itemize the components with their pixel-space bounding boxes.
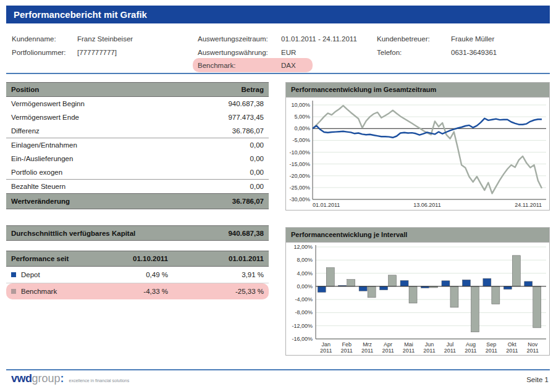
page-title: Performancebericht mit Grafik: [6, 6, 550, 23]
position-header-label: Position: [11, 86, 39, 93]
depot-label: Depot: [21, 271, 40, 278]
svg-text:2011: 2011: [403, 348, 415, 354]
row-value: 0,00: [250, 141, 264, 149]
svg-text:-30,00%: -30,00%: [289, 196, 310, 202]
table-row: Einlagen/Entnahmen 0,00: [6, 138, 269, 152]
svg-text:Aug: Aug: [466, 341, 476, 348]
benchmark-label: Benchmark:: [198, 62, 235, 69]
auswertungszeitraum-label: Auswertungszeitraum:: [198, 35, 268, 43]
auswertungswaehrung-label: Auswertungswährung:: [198, 49, 268, 56]
portfolionummer-label: Portfolionummer:: [12, 49, 66, 56]
performance-report-page: Performancebericht mit Grafik Kundenname…: [0, 0, 556, 392]
row-label: Vermögenswert Ende: [11, 114, 79, 121]
logo-colon: :: [61, 372, 64, 385]
performance-seit-label: Performance seit: [11, 255, 88, 262]
svg-text:2011: 2011: [506, 348, 518, 354]
svg-text:-15,00%: -15,00%: [289, 161, 310, 167]
row-value: 0,00: [250, 155, 264, 162]
page-number: Seite 1: [526, 376, 549, 383]
bar-chart-title: Performanceentwicklung je Intervall: [286, 228, 549, 243]
row-label: Einlagen/Entnahmen: [11, 141, 77, 149]
row-value: 0,00: [250, 169, 264, 176]
row-value: 977.473,45: [228, 114, 264, 121]
svg-text:01.01.2011: 01.01.2011: [313, 202, 340, 208]
svg-text:Nov: Nov: [528, 341, 538, 348]
date-col-jan: 01.01.2011: [168, 255, 264, 262]
benchmark-since-jan: -25,33 %: [168, 288, 264, 295]
header-divider: [6, 73, 550, 74]
svg-text:2011: 2011: [465, 348, 476, 354]
row-label: Wertveränderung: [11, 198, 70, 205]
row-value: 940.687,38: [228, 100, 264, 107]
position-table-header: Position Betrag: [6, 82, 269, 97]
avg-capital-label: Durchschnittlich verfügbares Kapital: [11, 230, 135, 237]
row-label: Ein-/Auslieferungen: [11, 155, 73, 162]
betrag-header-label: Betrag: [242, 86, 264, 93]
benchmark-since-oct: -4,33 %: [88, 288, 168, 295]
row-label: Portfolio exogen: [11, 169, 62, 176]
table-row: Vermögenswert Ende 977.473,45: [6, 111, 269, 124]
depot-since-jan: 3,91 %: [168, 271, 264, 278]
overall-performance-panel: Performanceentwicklung im Gesamtzeitraum…: [285, 82, 550, 211]
avg-capital-bar: Durchschnittlich verfügbares Kapital 940…: [6, 225, 269, 241]
benchmark-row: Benchmark -4,33 % -25,33 %: [6, 283, 269, 299]
svg-text:Okt: Okt: [508, 341, 517, 348]
interval-performance-panel: Performanceentwicklung je Intervall 12,0…: [285, 227, 550, 356]
footer-divider: [6, 369, 550, 370]
kundenname-value: Franz Steinbeiser: [77, 35, 133, 43]
table-row: Vermögenswert Beginn 940.687,38: [6, 97, 269, 111]
svg-text:0,00%: 0,00%: [294, 125, 310, 131]
row-label: Vermögenswert Beginn: [11, 100, 85, 107]
performance-table-header: Performance seit 01.10.2011 01.01.2011: [6, 251, 269, 267]
row-label: Bezahlte Steuern: [11, 183, 65, 190]
table-row: Bezahlte Steuern 0,00: [6, 179, 269, 193]
depot-since-oct: 0,49 %: [88, 271, 168, 278]
table-row: Portfolio exogen 0,00: [6, 165, 269, 179]
kundenbetreuer-label: Kundenbetreuer:: [377, 35, 430, 43]
svg-text:2011: 2011: [486, 348, 497, 354]
svg-text:2011: 2011: [423, 348, 435, 354]
benchmark-value: DAX: [281, 62, 296, 69]
svg-text:Jul: Jul: [447, 341, 454, 348]
table-row: Ein-/Auslieferungen 0,00: [6, 152, 269, 165]
kundenbetreuer-value: Frauke Müller: [451, 35, 494, 43]
svg-text:-20,00%: -20,00%: [289, 173, 310, 179]
svg-text:2011: 2011: [341, 348, 353, 354]
svg-text:8,00%: 8,00%: [297, 257, 313, 263]
svg-text:5,00%: 5,00%: [294, 114, 310, 120]
table-row: Differenz 36.786,07: [6, 124, 269, 138]
row-value: 36.786,07: [232, 127, 264, 135]
svg-text:2011: 2011: [361, 348, 373, 354]
wertveraenderung-row: Wertveränderung 36.786,07: [6, 193, 269, 209]
svg-text:-10,00%: -10,00%: [289, 149, 310, 156]
svg-text:10,00%: 10,00%: [291, 102, 310, 108]
svg-text:12,00%: 12,00%: [293, 244, 313, 250]
telefon-label: Telefon:: [377, 49, 402, 56]
date-col-oct: 01.10.2011: [88, 255, 168, 262]
benchmark-label: Benchmark: [21, 288, 57, 295]
svg-text:-12,00%: -12,00%: [292, 323, 313, 329]
svg-text:Mai: Mai: [404, 341, 413, 348]
svg-text:2011: 2011: [320, 348, 332, 354]
svg-text:2011: 2011: [382, 348, 394, 354]
svg-text:-25,00%: -25,00%: [289, 185, 310, 191]
svg-text:2011: 2011: [444, 348, 456, 354]
avg-capital-value: 940.687,38: [228, 230, 264, 237]
auswertungswaehrung-value: EUR: [281, 49, 296, 56]
svg-text:Mrz: Mrz: [363, 341, 372, 348]
svg-text:Feb: Feb: [342, 341, 352, 348]
depot-legend-icon: [11, 272, 16, 277]
depot-row: Depot 0,49 % 3,91 %: [6, 267, 269, 283]
kundenname-label: Kundenname:: [12, 35, 56, 43]
portfolionummer-value: [777777777]: [77, 49, 117, 56]
benchmark-legend-icon: [11, 289, 16, 294]
line-chart-title: Performanceentwicklung im Gesamtzeitraum: [286, 83, 549, 98]
svg-text:Sep: Sep: [486, 341, 496, 348]
vwd-group-logo: vwdgroup:excellence in financial solutio…: [11, 372, 129, 385]
row-value: 36.786,07: [232, 198, 264, 205]
interval-performance-bar-chart: 12,00%8,00%4,00%0,00%-4,00%-8,00%-12,00%…: [286, 243, 549, 355]
svg-text:-8,00%: -8,00%: [295, 309, 313, 315]
row-value: 0,00: [250, 183, 264, 190]
overall-performance-line-chart: 10,00%5,00%0,00%-5,00%-10,00%-15,00%-20,…: [286, 98, 549, 210]
logo-group-text: group: [32, 372, 61, 385]
